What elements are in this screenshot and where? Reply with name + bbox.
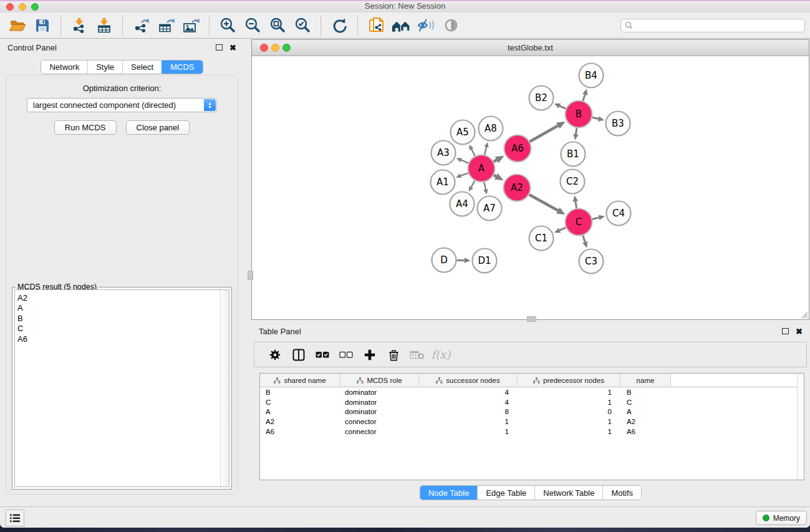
node-D[interactable]: D <box>432 248 456 273</box>
mcds-result-item[interactable]: A2 <box>15 293 229 303</box>
import-table-button[interactable] <box>93 14 115 37</box>
table-cell[interactable]: B <box>260 389 340 396</box>
table-settings-button[interactable] <box>263 344 287 365</box>
delete-rows-button[interactable] <box>382 344 405 365</box>
search-input[interactable] <box>635 21 801 31</box>
edge-C-C3[interactable] <box>582 235 587 248</box>
table-cell[interactable]: 4 <box>419 389 518 396</box>
zoom-fit-button[interactable] <box>266 14 289 37</box>
run-mcds-button[interactable]: Run MCDS <box>54 120 117 135</box>
table-cell[interactable]: 8 <box>419 408 518 415</box>
edge-A-A8[interactable] <box>484 142 488 155</box>
close-table-panel-icon[interactable]: ✖ <box>796 327 803 336</box>
open-session-button[interactable] <box>6 14 29 37</box>
mcds-result-item[interactable]: B <box>15 314 229 324</box>
edge-A-A4[interactable] <box>469 181 475 191</box>
node-A2[interactable]: A2 <box>504 175 531 201</box>
mcds-result-item[interactable]: A6 <box>15 334 229 344</box>
table-cell[interactable]: A6 <box>620 428 671 435</box>
edge-A-A2[interactable] <box>494 173 504 181</box>
clone-network-button[interactable] <box>365 14 387 37</box>
tab-select[interactable]: Select <box>122 60 162 74</box>
table-cell[interactable]: C <box>620 399 671 406</box>
tab-network[interactable]: Network <box>41 60 87 74</box>
node-C3[interactable]: C3 <box>579 249 604 274</box>
mcds-result-item[interactable]: A <box>15 303 229 313</box>
column-header-name[interactable]: name <box>620 374 671 387</box>
node-A5[interactable]: A5 <box>451 120 475 145</box>
edge-B-B2[interactable] <box>554 104 566 109</box>
edge-B-B4[interactable] <box>582 89 587 100</box>
edge-C-C4[interactable] <box>592 215 605 220</box>
edge-A2-C[interactable] <box>529 195 566 215</box>
column-header-predecessor-nodes[interactable]: predecessor nodes <box>518 374 620 387</box>
node-A6[interactable]: A6 <box>504 135 531 162</box>
node-C1[interactable]: C1 <box>529 226 554 251</box>
export-table-button[interactable] <box>155 14 177 37</box>
tab-style[interactable]: Style <box>87 60 122 74</box>
node-B2[interactable]: B2 <box>529 86 554 110</box>
task-history-button[interactable] <box>6 510 24 526</box>
table-row[interactable]: Bdominator41B <box>260 387 804 397</box>
table-cell[interactable]: 1 <box>419 418 518 425</box>
close-panel-button[interactable]: Close panel <box>126 120 190 135</box>
edge-A-A6[interactable] <box>494 156 504 163</box>
export-network-button[interactable] <box>130 14 152 37</box>
node-A7[interactable]: A7 <box>478 196 502 221</box>
edge-A6-B[interactable] <box>530 122 566 142</box>
add-row-button[interactable] <box>358 344 382 365</box>
column-layout-button[interactable] <box>287 344 311 365</box>
table-cell[interactable]: dominator <box>340 408 419 415</box>
zoom-selected-button[interactable] <box>291 14 314 37</box>
table-cell[interactable]: A <box>260 408 340 415</box>
column-header-successor-nodes[interactable]: successor nodes <box>419 374 518 387</box>
table-cell[interactable]: A2 <box>260 418 340 425</box>
node-A[interactable]: A <box>468 155 495 182</box>
table-cell[interactable]: connector <box>340 418 419 425</box>
column-header-shared-name[interactable]: shared name <box>260 374 340 387</box>
edge-B-B1[interactable] <box>573 128 579 140</box>
edge-D-D1[interactable] <box>456 258 470 263</box>
zoom-in-button[interactable] <box>216 14 239 37</box>
table-row[interactable]: Cdominator41C <box>260 397 804 407</box>
export-image-button[interactable] <box>180 14 202 37</box>
table-cell[interactable]: 4 <box>419 399 518 406</box>
network-vertical-scroll-thumb[interactable] <box>248 271 253 280</box>
mcds-result-item[interactable]: C <box>15 324 229 334</box>
node-A3[interactable]: A3 <box>432 141 456 165</box>
edge-C-C1[interactable] <box>554 228 566 233</box>
table-cell[interactable]: A <box>620 408 671 415</box>
tab-edge-table[interactable]: Edge Table <box>477 486 534 500</box>
hide-selected-button[interactable] <box>415 14 437 37</box>
tab-node-table[interactable]: Node Table <box>420 486 478 500</box>
node-A4[interactable]: A4 <box>450 192 475 216</box>
network-graph[interactable]: B4B2BB3A5A8A6A3B1AA1C2A2A4A7CC1C4C3DD1 <box>252 56 809 319</box>
float-panel-icon[interactable] <box>216 44 223 51</box>
node-B1[interactable]: B1 <box>561 142 586 167</box>
node-A8[interactable]: A8 <box>479 117 503 141</box>
edge-C-C2[interactable] <box>573 195 579 208</box>
table-cell[interactable]: dominator <box>340 389 419 396</box>
memory-button[interactable]: Memory <box>756 511 807 525</box>
table-cell[interactable]: C <box>260 399 340 406</box>
node-B[interactable]: B <box>566 101 592 128</box>
function-builder-button[interactable]: f(x) <box>429 344 453 365</box>
node-C[interactable]: C <box>566 209 592 236</box>
network-window-titlebar[interactable]: testGlobe.txt <box>252 40 809 56</box>
table-cell[interactable]: 1 <box>518 399 620 406</box>
edge-B-B3[interactable] <box>592 116 604 121</box>
table-row[interactable]: Adominator80A <box>260 407 804 417</box>
edge-A-A1[interactable] <box>456 173 468 178</box>
import-network-button[interactable] <box>68 14 90 37</box>
table-cell[interactable]: 1 <box>518 418 620 425</box>
node-C4[interactable]: C4 <box>607 201 631 226</box>
show-selected-button[interactable] <box>440 14 462 37</box>
show-all-networks-button[interactable] <box>390 14 412 37</box>
close-panel-icon[interactable]: ✖ <box>229 44 236 52</box>
table-cell[interactable]: dominator <box>340 399 419 406</box>
table-cell[interactable]: 1 <box>518 428 620 435</box>
table-row[interactable]: A2connector11A2 <box>260 417 804 427</box>
table-cell[interactable]: 1 <box>518 389 620 396</box>
table-cell[interactable]: B <box>620 389 671 396</box>
deselect-all-rows-button[interactable] <box>334 344 358 365</box>
